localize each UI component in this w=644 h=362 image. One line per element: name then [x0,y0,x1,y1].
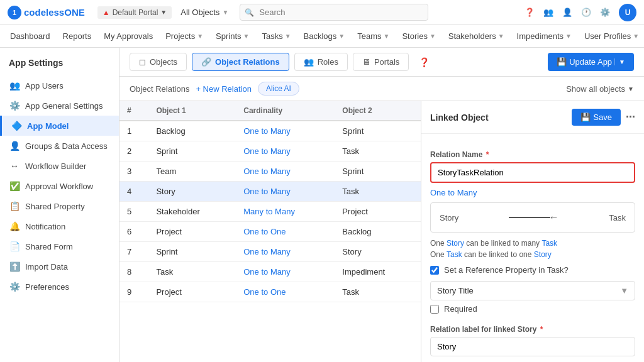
row-cardinality[interactable]: One to Many [236,121,335,141]
nav-user-profiles[interactable]: User Profiles ▼ [584,26,639,46]
tab-roles[interactable]: 👥 Roles [294,53,348,71]
table-row[interactable]: 2 Sprint One to Many Task [119,141,421,162]
sub-header: Object Relations + New Relation Alice AI… [119,77,644,101]
required-checkbox[interactable] [430,305,439,314]
row-obj2: Impediment [335,262,421,282]
table-row[interactable]: 1 Backlog One to Many Sprint [119,121,421,141]
settings-icon[interactable]: ⚙️ [600,8,610,17]
sidebar-item-label: App Model [27,121,69,131]
col-object1: Object 1 [148,101,236,121]
sidebar-title: App Settings [0,58,119,75]
show-all-dropdown[interactable]: Show all objects ▼ [566,84,634,94]
chevron-down-icon: ▼ [243,33,250,40]
relations-table: # Object 1 Cardinality Object 2 1 Backlo… [119,101,421,302]
row-cardinality[interactable]: One to Many [236,162,335,182]
row-cardinality[interactable]: One to Many [236,182,335,202]
nav-projects[interactable]: Projects ▼ [165,26,203,46]
avatar[interactable]: U [619,4,636,21]
row-obj2: Story [335,242,421,262]
sidebar-item-notification[interactable]: 🔔 Notification [0,216,119,236]
portal-name: Default Portal [113,8,158,17]
group-icon: 👤 [9,141,20,151]
story-title-dropdown[interactable]: Story Title ▼ [430,281,635,300]
nav-dashboard[interactable]: Dashboard [10,26,50,46]
logo-icon: 1 [8,6,21,19]
relation-name-label: Relation Name * [430,150,635,159]
logo-text: codelessONE [24,7,85,18]
row-cardinality[interactable]: One to One [236,282,335,302]
relation-name-input[interactable] [430,162,635,183]
help-icon[interactable]: ❓ [419,57,430,67]
arrow-indicator: ← [458,212,609,223]
sidebar-item-groups-data-access[interactable]: 👤 Groups & Data Access [0,136,119,156]
sidebar-item-general-settings[interactable]: ⚙️ App General Settings [0,96,119,116]
row-num: 1 [119,121,148,141]
row-obj1: Stakeholder [148,202,236,222]
topbar-icons: ❓ 👥 👤 🕐 ⚙️ U [525,4,636,21]
reference-property-checkbox[interactable] [430,266,439,275]
nav-teams[interactable]: Teams ▼ [357,26,389,46]
sidebar-item-workflow-builder[interactable]: ↔️ Workflow Builder [0,156,119,176]
sidebar-item-shared-form[interactable]: 📄 Shared Form [0,236,119,256]
users-icon[interactable]: 👥 [543,8,553,17]
users-icon: 👥 [9,80,20,90]
row-num: 4 [119,182,148,202]
nav-reports[interactable]: Reports [63,26,92,46]
import-icon: ⬆️ [9,261,20,272]
all-objects-dropdown[interactable]: All Objects ▼ [180,8,228,17]
person-icon[interactable]: 👤 [562,8,572,17]
sidebar-item-app-model[interactable]: 🔷 App Model [0,116,119,136]
sidebar-item-import-data[interactable]: ⬆️ Import Data [0,256,119,277]
table-row[interactable]: 6 Project One to One Backlog [119,222,421,242]
more-options-button[interactable]: ··· [626,111,635,124]
table-row[interactable]: 8 Task One to Many Impediment [119,262,421,282]
row-num: 6 [119,222,148,242]
new-relation-button[interactable]: + New Relation [196,84,252,94]
sidebar-item-approval-workflow[interactable]: ✅ Approval Workflow [0,176,119,196]
row-cardinality[interactable]: One to Many [236,242,335,262]
portal-selector[interactable]: ▲ Default Portal ▼ [97,6,172,19]
row-cardinality[interactable]: One to One [236,222,335,242]
sidebar: App Settings 👥 App Users ⚙️ App General … [0,48,119,362]
row-obj2: Sprint [335,121,421,141]
chevron-down-icon: ▼ [197,33,203,40]
save-button[interactable]: 💾 Save [572,109,621,126]
sidebar-item-shared-property[interactable]: 📋 Shared Property [0,196,119,216]
sidebar-item-label: App General Settings [25,101,103,111]
search-input[interactable] [240,4,428,21]
relation-desc-2: One Task can be linked to one Story [430,250,635,259]
nav-sprints[interactable]: Sprints ▼ [216,26,249,46]
row-cardinality[interactable]: One to Many [236,262,335,282]
nav-my-approvals[interactable]: My Approvals [104,26,153,46]
row-obj1: Team [148,162,236,182]
nav-tasks[interactable]: Tasks ▼ [262,26,291,46]
cardinality-link[interactable]: One to Many [430,188,477,197]
update-app-button[interactable]: 💾 Update App ▼ [548,53,634,71]
tab-objects[interactable]: ◻ Objects [130,53,187,71]
sidebar-item-preferences[interactable]: ⚙️ Preferences [0,277,119,297]
chevron-down-icon: ▼ [160,9,167,16]
nav-stories[interactable]: Stories ▼ [402,26,435,46]
sidebar-item-app-users[interactable]: 👥 App Users [0,75,119,96]
table-row[interactable]: 4 Story One to Many Task [119,182,421,202]
row-cardinality[interactable]: One to Many [236,141,335,162]
sidebar-item-label: App Users [25,81,64,90]
nav-backlogs[interactable]: Backlogs ▼ [304,26,345,46]
row-cardinality[interactable]: Many to Many [236,202,335,222]
table-row[interactable]: 9 Project One to One Task [119,282,421,302]
alice-ai-button[interactable]: Alice AI [258,82,299,96]
table-row[interactable]: 3 Team One to Many Sprint [119,162,421,182]
table-row[interactable]: 7 Sprint One to Many Story [119,242,421,262]
tab-portals[interactable]: 🖥 Portals [353,53,409,71]
linked-story-input[interactable] [430,337,635,356]
sidebar-item-label: Preferences [25,282,69,292]
nav-impediments[interactable]: Impediments ▼ [517,26,572,46]
gear-icon: ⚙️ [9,101,20,111]
tab-object-relations[interactable]: 🔗 Object Relations [192,53,289,71]
history-icon[interactable]: 🕐 [581,8,591,17]
nav-bar: Dashboard Reports My Approvals Projects … [0,25,644,48]
table-row[interactable]: 5 Stakeholder Many to Many Project [119,202,421,222]
help-icon[interactable]: ❓ [525,8,535,17]
row-obj2: Task [335,282,421,302]
nav-stakeholders[interactable]: Stakeholders ▼ [448,26,504,46]
